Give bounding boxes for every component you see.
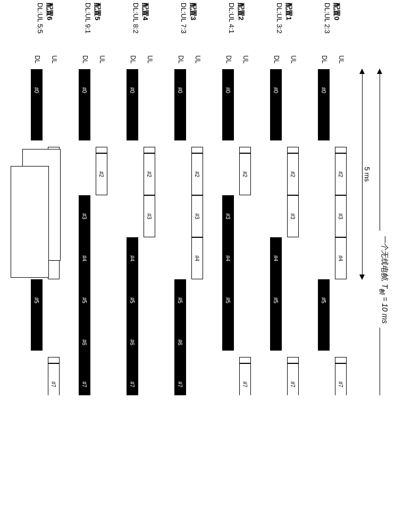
tdd-frame-diagram: 一个无线电帧, T帧 = 10 ms 5 ms 配置0DL:UL 2:3UL#2… [0,0,394,395]
ul-subframe: #3 [335,195,347,237]
ul-row: UL#2#3 [144,69,155,395]
special-ul-part [48,357,60,363]
special-ul-part [287,147,299,153]
ul-row: UL#2#3#7#8 [287,69,299,395]
dl-subframe: #0 [31,69,43,111]
half-frame-arrow: 5 ms [355,69,368,279]
config-label: 配置4DL:UL 8:2 [131,3,150,59]
config-label: 配置2DL:UL 4:1 [227,3,246,59]
ul-label: UL [98,55,106,63]
special-dl-part [31,111,43,140]
callout-box [11,166,49,278]
config-row: 配置1DL:UL 3:2UL#2#3#7#8DL#0#4#5#9 [260,0,303,395]
config-label: 配置3DL:UL 7:3 [179,3,198,59]
ul-subframe: #2 [96,153,107,195]
ul-row: UL#2 [96,69,107,395]
ul-label: UL [51,55,58,63]
special-dl-part [222,321,234,351]
callout-boxes [2,149,61,287]
dl-subframe: #0 [127,69,138,111]
config-row: 配置2DL:UL 4:1UL#2#7DL#0#3#4#5#8#9 [213,0,255,395]
config-label: 配置0DL:UL 2:3 [323,3,341,59]
dl-subframe: #3 [79,195,90,237]
dl-subframe: #5 [127,279,138,321]
special-dl-part [270,111,282,140]
dl-row: DL#0#5#6#7#8#9 [174,69,186,395]
dl-label: DL [33,55,41,63]
dl-subframe: #7 [127,363,138,395]
special-ul-part [239,357,251,363]
ul-subframe: #7 [48,363,60,395]
ul-subframe: #2 [287,153,299,195]
config-row: 配置4DL:UL 8:2UL#2#3DL#0#4#5#6#7#8#9 [117,0,159,395]
ul-subframe: #2 [335,153,347,195]
dl-subframe: #3 [222,195,234,237]
ul-subframe: #3 [144,195,155,237]
special-dl-part [270,321,282,351]
dl-subframe: #4 [222,237,234,279]
ul-subframe: #7 [335,363,347,395]
ul-subframe: #7 [239,363,251,395]
dl-subframe: #5 [270,279,282,321]
dl-subframe: #5 [318,279,330,321]
dl-label: DL [273,55,280,63]
dl-subframe: #5 [174,279,186,321]
dl-subframe: #4 [79,237,90,279]
dl-row: DL#0#4#5#6#7#8#9 [127,69,138,395]
frame-span-arrow: 一个无线电帧, T帧 = 10 ms [371,69,386,395]
config-row: 配置3DL:UL 7:3UL#2#3#4DL#0#5#6#7#8#9 [165,0,207,395]
dl-label: DL [129,55,137,63]
special-dl-part [222,111,234,140]
ul-row: UL#2#7 [239,69,251,395]
dl-subframe: #0 [79,69,90,111]
dl-subframe: #0 [318,69,330,111]
dl-subframe: #7 [174,363,186,395]
special-dl-part [318,111,330,140]
special-dl-part [318,321,330,351]
dl-label: DL [81,55,89,63]
special-ul-part [239,147,251,153]
ul-subframe: #2 [239,153,251,195]
special-dl-part [31,321,43,351]
ul-row: UL#2#3#4#7#8#9 [335,69,347,395]
special-ul-part [335,357,347,363]
dl-subframe: #7 [79,363,90,395]
dl-subframe: #0 [222,69,234,111]
dl-subframe: #6 [127,321,138,363]
dl-row: DL#0#4#5#9 [270,69,282,395]
special-ul-part [96,147,107,153]
config-label: 配置6DL:UL 5:5 [36,3,54,59]
ul-label: UL [146,55,154,63]
ul-subframe: #4 [335,237,347,279]
dl-subframe: #5 [79,279,90,321]
config-row: 配置0DL:UL 2:3UL#2#3#4#7#8#9DL#0#5 [308,0,351,395]
special-ul-part [191,147,203,153]
dl-subframe: #6 [79,321,90,363]
ul-subframe: #2 [144,153,155,195]
special-dl-part [79,111,90,140]
ul-label: UL [242,55,249,63]
dl-subframe: #4 [270,237,282,279]
dl-row: DL#0#3#4#5#8#9 [222,69,234,395]
ul-label: UL [290,55,297,63]
half-frame-label: 5 ms [363,163,371,185]
config-label: 配置1DL:UL 3:2 [275,3,293,59]
ul-subframe: #7 [287,363,299,395]
ul-subframe: #3 [191,195,203,237]
dl-row: DL#0#5 [318,69,330,395]
dl-subframe: #5 [222,279,234,321]
special-ul-part [144,147,155,153]
ul-subframe: #4 [191,237,203,279]
dl-subframe: #0 [270,69,282,111]
frame-title: 一个无线电帧, T帧 = 10 ms [378,231,389,328]
dl-label: DL [177,55,184,63]
ul-label: UL [338,55,345,63]
dl-label: DL [225,55,232,63]
ul-row: UL#2#3#4 [191,69,203,395]
dl-row: DL#0#3#4#5#6#7#8#9 [79,69,90,395]
ul-subframe: #3 [287,195,299,237]
special-ul-part [287,357,299,363]
ul-label: UL [194,55,201,63]
dl-subframe: #0 [174,69,186,111]
dl-subframe: #6 [174,321,186,363]
